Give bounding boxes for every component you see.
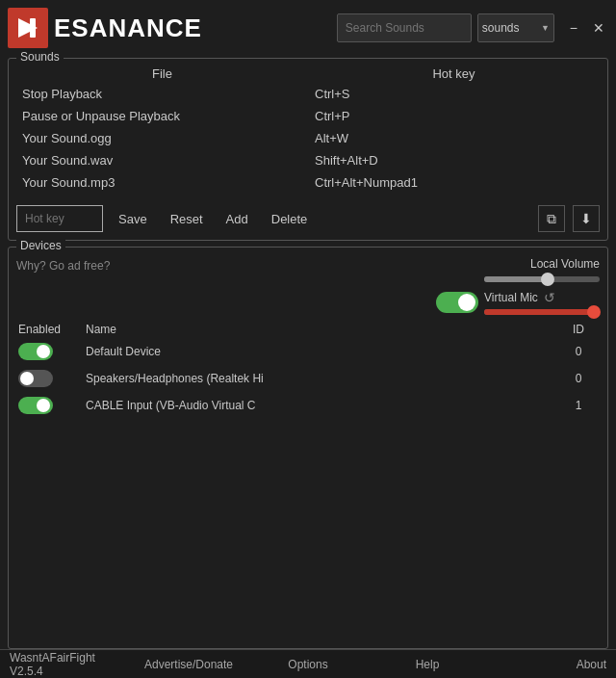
device-rows: Default Device 0 Speakers/Headphones (Re…	[16, 338, 600, 419]
sound-hotkey-1: Ctrl+P	[305, 109, 598, 123]
sounds-section-label: Sounds	[16, 50, 64, 64]
col-file-label: File	[16, 66, 308, 81]
devices-table-header: Enabled Name ID	[16, 319, 600, 338]
copy-icon-button[interactable]: ⧉	[538, 205, 565, 232]
devices-top: Why? Go ad free? Local Volume	[16, 257, 600, 282]
devices-section-label: Devices	[16, 239, 65, 252]
device-name-1: Speakers/Headphones (Realtek Hi	[86, 372, 559, 385]
virtual-mic-toggle[interactable]	[436, 292, 478, 313]
save-button[interactable]: Save	[111, 208, 155, 230]
status-bar: WasntAFairFight V2.5.4 Advertise/Donate …	[0, 649, 616, 678]
app-logo-icon	[8, 8, 48, 48]
sound-row[interactable]: Stop Playback Ctrl+S	[16, 83, 600, 105]
col-enabled-label: Enabled	[18, 323, 86, 336]
virtual-mic-toggle-circle	[458, 294, 475, 311]
delete-button[interactable]: Delete	[264, 208, 316, 230]
svg-rect-1	[30, 18, 36, 38]
options-link[interactable]: Options	[248, 658, 368, 671]
sound-row[interactable]: Your Sound.ogg Alt+W	[16, 127, 600, 149]
sound-row[interactable]: Pause or Unpause Playback Ctrl+P	[16, 105, 600, 127]
device-name-2: CABLE Input (VB-Audio Virtual C	[86, 399, 559, 412]
device-row: Default Device 0	[16, 338, 600, 365]
device-name-0: Default Device	[86, 345, 559, 358]
local-volume-thumb[interactable]	[541, 273, 554, 286]
sounds-actions: Save Reset Add Delete ⧉ ⬇	[16, 205, 600, 232]
dev-toggle-cell-1	[18, 370, 86, 387]
device-row: Speakers/Headphones (Realtek Hi 0	[16, 365, 600, 392]
sounds-table: Stop Playback Ctrl+S Pause or Unpause Pl…	[16, 83, 600, 194]
title-bar-controls: sounds hotkeys files − ✕	[337, 13, 608, 42]
search-dropdown-wrapper: sounds hotkeys files	[477, 13, 554, 42]
device-toggle-0[interactable]	[18, 343, 53, 360]
sounds-section: Sounds File Hot key Stop Playback Ctrl+S…	[8, 58, 608, 241]
virtual-mic-reset-button[interactable]: ↺	[544, 290, 555, 305]
sound-file-2: Your Sound.ogg	[18, 131, 305, 145]
close-button[interactable]: ✕	[589, 19, 608, 37]
virtual-mic-thumb[interactable]	[587, 305, 601, 319]
sound-hotkey-4: Ctrl+Alt+Numpad1	[305, 175, 598, 190]
sound-file-1: Pause or Unpause Playback	[18, 109, 305, 123]
search-dropdown[interactable]: sounds hotkeys files	[477, 13, 554, 42]
device-id-0: 0	[559, 345, 598, 358]
paste-icon-button[interactable]: ⬇	[573, 205, 600, 232]
devices-section: Devices Why? Go ad free? Local Volume Vi	[8, 247, 608, 649]
minimize-button[interactable]: −	[566, 19, 581, 37]
local-volume-fill	[484, 276, 548, 282]
virtual-mic-row: Virtual Mic ↺	[16, 290, 600, 315]
sound-row[interactable]: Your Sound.wav Shift+Alt+D	[16, 149, 600, 171]
version-label: WasntAFairFight V2.5.4	[10, 651, 129, 678]
sound-file-3: Your Sound.wav	[18, 153, 305, 168]
local-volume-label: Local Volume	[530, 257, 600, 271]
local-volume-slider-row	[484, 276, 600, 282]
search-input[interactable]	[337, 13, 472, 42]
virtual-mic-slider-row	[484, 309, 600, 315]
main-content: Sounds File Hot key Stop Playback Ctrl+S…	[0, 54, 616, 649]
dev-toggle-cell-2	[18, 397, 86, 414]
col-id-label: ID	[559, 323, 598, 336]
right-controls: Local Volume	[484, 257, 600, 282]
sound-hotkey-2: Alt+W	[305, 131, 598, 145]
dev-toggle-cell-0	[18, 343, 86, 360]
add-button[interactable]: Add	[218, 208, 256, 230]
device-id-2: 1	[559, 399, 598, 412]
virtual-mic-label: Virtual Mic	[484, 291, 538, 304]
logo-area: ESANANCE	[8, 8, 202, 48]
sound-file-0: Stop Playback	[18, 87, 305, 101]
advertise-link[interactable]: Advertise/Donate	[129, 658, 248, 671]
sound-row[interactable]: Your Sound.mp3 Ctrl+Alt+Numpad1	[16, 171, 600, 194]
col-name-label: Name	[86, 323, 559, 336]
virtual-mic-fill	[484, 309, 594, 315]
sound-hotkey-0: Ctrl+S	[305, 87, 598, 101]
sound-hotkey-3: Shift+Alt+D	[305, 153, 598, 168]
device-toggle-1[interactable]	[18, 370, 53, 387]
app-title: ESANANCE	[54, 13, 202, 43]
device-toggle-2[interactable]	[18, 397, 53, 414]
window-controls: − ✕	[566, 19, 608, 37]
device-row: CABLE Input (VB-Audio Virtual C 1	[16, 392, 600, 419]
device-id-1: 0	[559, 372, 598, 385]
col-hotkey-label: Hot key	[308, 66, 600, 81]
about-link[interactable]: About	[487, 658, 606, 671]
sounds-table-header: File Hot key	[16, 63, 600, 83]
sound-file-4: Your Sound.mp3	[18, 175, 305, 190]
local-volume-track[interactable]	[484, 276, 600, 282]
help-link[interactable]: Help	[368, 658, 487, 671]
title-bar: ESANANCE sounds hotkeys files − ✕	[0, 0, 616, 54]
ad-free-text[interactable]: Why? Go ad free?	[16, 257, 110, 273]
virtual-mic-track[interactable]	[484, 309, 600, 315]
hotkey-input[interactable]	[16, 205, 103, 232]
reset-button[interactable]: Reset	[163, 208, 211, 230]
